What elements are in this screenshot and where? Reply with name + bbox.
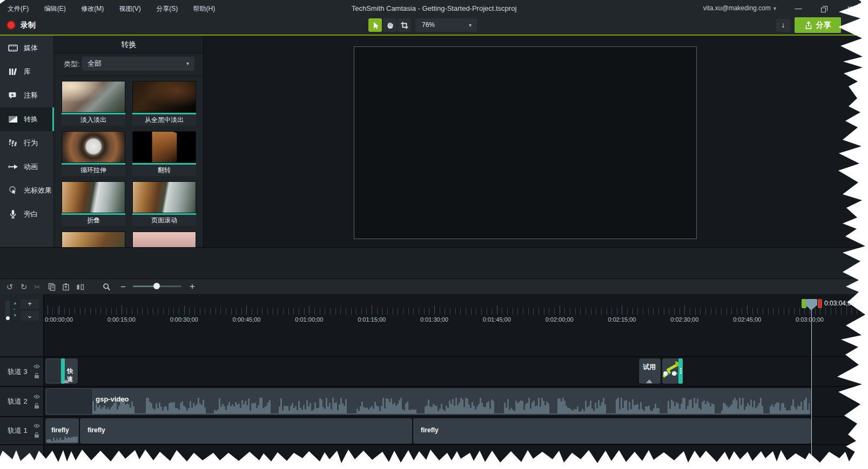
clip-firefly-1[interactable]: firefly	[45, 418, 79, 444]
playhead-out-handle[interactable]	[818, 299, 822, 308]
clip-trim-handle[interactable]	[678, 358, 683, 384]
ruler-label: 0:03:00;00	[785, 316, 834, 323]
caret-down-icon: ▾	[469, 18, 472, 32]
canvas-stage[interactable]	[354, 46, 697, 239]
eye-icon[interactable]	[33, 394, 40, 399]
restore-button[interactable]	[815, 3, 831, 14]
pointer-tool-button[interactable]	[368, 18, 382, 32]
record-button[interactable]: 录制	[21, 21, 36, 30]
sidebar-item-annotations[interactable]: a 注释	[0, 84, 54, 107]
record-icon[interactable]	[6, 21, 16, 30]
transition-fold[interactable]: 折叠	[62, 181, 125, 226]
transition-thumbnail	[132, 81, 196, 113]
divider	[0, 444, 868, 445]
timeline-zoom-icon	[100, 281, 113, 293]
down-small-icon[interactable]: ▼	[13, 314, 17, 318]
transition-thumbnail	[62, 232, 125, 247]
timeline-zoom-slider-knob[interactable]	[153, 283, 160, 289]
track-options-button[interactable]: ⌄	[21, 311, 39, 321]
clip-label: firefly	[421, 426, 439, 434]
sidebar-item-library[interactable]: 库	[0, 60, 54, 84]
playhead-line[interactable]	[811, 310, 812, 469]
playhead[interactable]	[806, 299, 817, 305]
svg-text:a: a	[11, 93, 14, 97]
lock-icon[interactable]	[34, 372, 39, 379]
clip-firefly-3[interactable]: firefly	[413, 418, 811, 444]
sidebar-item-label: 旁白	[24, 209, 38, 219]
transition-thumbnail	[62, 131, 125, 163]
track-height-knob[interactable]	[6, 316, 10, 320]
up-small-icon[interactable]: ▲	[13, 301, 17, 305]
zoom-out-button[interactable]: −	[117, 281, 130, 293]
divider	[0, 386, 868, 387]
clip-annotation-kuaisu[interactable]: 快速	[45, 358, 78, 384]
clip-marker[interactable]	[646, 379, 652, 383]
type-select[interactable]: 全部▾	[82, 57, 194, 71]
transition-fade-from-black[interactable]: 从全黑中淡出	[132, 81, 196, 126]
split-button[interactable]	[73, 281, 86, 293]
track-header-2[interactable]: 轨道 2	[0, 387, 43, 416]
behaviors-icon	[8, 138, 18, 148]
library-icon	[8, 67, 18, 77]
canvas-zoom-select[interactable]: 76%▾	[415, 18, 477, 32]
sidebar-item-narration[interactable]: 旁白	[0, 202, 54, 226]
track-header-1[interactable]: 轨道 1	[0, 417, 43, 444]
animation-icon	[8, 162, 18, 172]
minimize-button[interactable]: —	[790, 3, 806, 14]
main-toolbar: 录制 76%▾ ↓ 分享	[0, 16, 868, 35]
ruler-label: 0:01:30;00	[410, 316, 459, 323]
clip-label: gsp-video	[96, 395, 129, 403]
sidebar-item-transitions[interactable]: 转换	[0, 107, 54, 131]
transition-thumb-partial[interactable]	[62, 232, 125, 247]
track-header-3[interactable]: 轨道 3	[0, 357, 43, 386]
account-menu[interactable]: vita.xu@makeding.com ▼	[703, 4, 777, 12]
clip-animation[interactable]	[662, 358, 681, 384]
transition-label: 折叠	[62, 215, 125, 226]
ruler-label: 0:00:30;00	[160, 316, 208, 323]
eye-icon[interactable]	[33, 423, 40, 429]
copy-button[interactable]	[45, 281, 58, 293]
panel-title: 转换	[54, 36, 204, 53]
sidebar-item-media[interactable]: 媒体	[0, 36, 54, 60]
cut-button[interactable]: ✂	[31, 281, 44, 293]
ruler-label: 0:00:15;00	[97, 316, 146, 323]
undo-button[interactable]: ↺	[3, 281, 16, 293]
sidebar-item-behaviors[interactable]: 行为	[0, 131, 54, 155]
transition-label: 循环拉伸	[62, 165, 125, 176]
sidebar-item-label: 动画	[24, 162, 38, 172]
download-button[interactable]: ↓	[776, 19, 790, 32]
crop-icon	[400, 21, 409, 30]
transition-thumb-partial[interactable]	[132, 232, 196, 247]
timeline-ruler[interactable]: 0:00:00;000:00:15;000:00:30;000:00:45;00…	[43, 294, 868, 327]
sidebar-item-label: 转换	[24, 114, 38, 124]
transition-ripple[interactable]: 循环拉伸	[62, 131, 125, 176]
share-button[interactable]: 分享	[795, 17, 841, 33]
close-button[interactable]: ✕	[842, 3, 858, 14]
divider	[43, 294, 44, 469]
eye-icon[interactable]	[33, 364, 40, 369]
add-track-button[interactable]: +	[21, 299, 39, 309]
zoom-in-button[interactable]: +	[186, 280, 199, 293]
clip-gsp-video[interactable]: gsp-video	[45, 388, 811, 415]
transition-page-scroll[interactable]: 页面滚动	[132, 181, 196, 226]
crop-tool-button[interactable]	[398, 18, 411, 32]
pan-tool-button[interactable]	[383, 18, 396, 32]
transition-flip[interactable]: 翻转	[132, 131, 196, 176]
audio-waveform	[46, 436, 78, 443]
lock-icon[interactable]	[34, 432, 39, 438]
lock-icon[interactable]	[34, 403, 39, 409]
sidebar-item-label: 媒体	[24, 43, 38, 53]
sidebar-item-animations[interactable]: 动画	[0, 155, 54, 179]
paste-button[interactable]	[59, 281, 72, 293]
timeline: 0:00:00;000:00:15;000:00:30;000:00:45;00…	[0, 294, 868, 469]
transition-fade[interactable]: 淡入淡出	[62, 81, 125, 126]
playhead-time: 0:03:04;09	[824, 300, 855, 307]
gutter-zoom-icon: ⌕	[13, 307, 15, 311]
sidebar-item-cursor-effects[interactable]: 光标效果	[0, 179, 54, 202]
transition-icon	[8, 114, 18, 124]
divider	[0, 356, 868, 357]
clip-firefly-2[interactable]: firefly	[80, 418, 412, 444]
redo-button[interactable]: ↻	[17, 281, 30, 293]
ruler-label: 0:01:00;00	[285, 316, 333, 323]
clip-marker[interactable]	[63, 379, 69, 383]
